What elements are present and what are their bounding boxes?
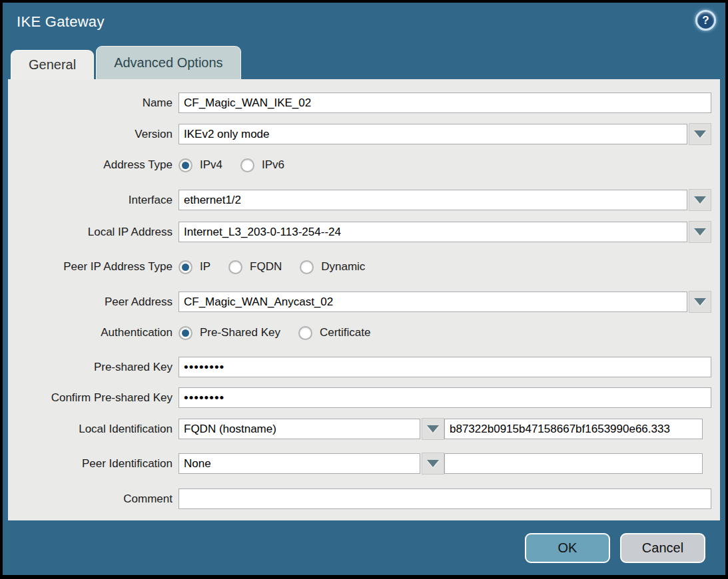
peer-identification-label: Peer Identification <box>8 457 179 471</box>
chevron-down-icon <box>694 196 706 204</box>
version-dropdown-button[interactable] <box>689 123 711 145</box>
cancel-button[interactable]: Cancel <box>620 533 705 563</box>
confirm-pre-shared-key-label: Confirm Pre-shared Key <box>8 391 179 405</box>
version-label: Version <box>8 128 179 141</box>
local-identification-value-input[interactable] <box>444 419 703 439</box>
radio-unselected-icon[interactable] <box>298 326 312 340</box>
pre-shared-key-label: Pre-shared Key <box>8 361 179 374</box>
peer-identification-type-value: None <box>179 453 420 474</box>
dialog-titlebar: IKE Gateway ? <box>3 3 725 44</box>
address-type-ipv6-option[interactable]: IPv6 <box>240 158 284 172</box>
name-label: Name <box>8 96 179 110</box>
help-icon[interactable]: ? <box>695 10 716 31</box>
peer-ip-address-type-radio-group: IP FQDN Dynamic <box>179 260 383 274</box>
radio-selected-icon[interactable] <box>179 326 192 340</box>
pre-shared-key-row: Pre-shared Key <box>8 357 720 377</box>
radio-unselected-icon[interactable] <box>300 260 314 274</box>
peer-identification-type-dropdown[interactable]: None <box>179 453 444 475</box>
tab-general[interactable]: General <box>11 50 94 79</box>
tab-advanced-options[interactable]: Advanced Options <box>96 46 240 79</box>
peer-ip-type-dynamic-option[interactable]: Dynamic <box>300 260 365 274</box>
interface-dropdown[interactable]: ethernet1/2 <box>179 189 711 211</box>
authentication-pre-shared-key-option[interactable]: Pre-Shared Key <box>179 326 280 340</box>
name-input[interactable] <box>179 93 711 113</box>
peer-identification-dropdown-button[interactable] <box>422 453 444 475</box>
peer-address-row: Peer Address CF_Magic_WAN_Anycast_02 <box>8 291 720 313</box>
comment-label: Comment <box>8 492 179 506</box>
authentication-row: Authentication Pre-Shared Key Certificat… <box>8 323 720 342</box>
peer-address-dropdown[interactable]: CF_Magic_WAN_Anycast_02 <box>179 291 711 313</box>
radio-selected-icon[interactable] <box>179 260 192 274</box>
authentication-certificate-label: Certificate <box>320 326 371 339</box>
local-identification-dropdown-button[interactable] <box>422 418 444 440</box>
confirm-pre-shared-key-row: Confirm Pre-shared Key <box>8 387 720 408</box>
authentication-radio-group: Pre-Shared Key Certificate <box>179 326 388 340</box>
local-identification-type-dropdown[interactable]: FQDN (hostname) <box>179 418 444 440</box>
peer-ip-address-type-label: Peer IP Address Type <box>8 260 179 274</box>
address-type-ipv4-label: IPv4 <box>200 158 222 172</box>
address-type-radio-group: IPv4 IPv6 <box>179 158 302 172</box>
interface-label: Interface <box>8 194 179 207</box>
version-dropdown[interactable]: IKEv2 only mode <box>179 123 711 145</box>
interface-row: Interface ethernet1/2 <box>8 189 720 211</box>
general-tab-panel: Name Version IKEv2 only mode Address Typ… <box>8 79 720 520</box>
tab-advanced-options-label: Advanced Options <box>114 55 222 71</box>
local-identification-label: Local Identification <box>8 423 179 436</box>
peer-ip-type-fqdn-option[interactable]: FQDN <box>228 260 282 274</box>
chevron-down-icon <box>694 298 706 305</box>
address-type-ipv4-option[interactable]: IPv4 <box>179 158 222 172</box>
local-ip-address-dropdown[interactable]: Internet_L3_203-0-113-254--24 <box>179 221 711 243</box>
dialog-footer: OK Cancel <box>3 520 725 575</box>
local-ip-address-label: Local IP Address <box>8 226 179 239</box>
peer-address-dropdown-button[interactable] <box>689 291 711 313</box>
local-ip-address-dropdown-button[interactable] <box>689 221 711 243</box>
version-row: Version IKEv2 only mode <box>8 123 720 145</box>
name-row: Name <box>8 93 720 113</box>
peer-ip-address-type-row: Peer IP Address Type IP FQDN Dynamic <box>8 258 720 276</box>
chevron-down-icon <box>427 460 439 467</box>
version-selected-value: IKEv2 only mode <box>179 124 687 144</box>
authentication-pre-shared-key-label: Pre-Shared Key <box>200 326 280 339</box>
interface-dropdown-button[interactable] <box>689 189 711 211</box>
address-type-row: Address Type IPv4 IPv6 <box>8 156 720 174</box>
tab-general-label: General <box>29 57 76 73</box>
authentication-label: Authentication <box>8 326 179 339</box>
peer-identification-row: Peer Identification None <box>8 453 720 475</box>
peer-identification-value-input[interactable] <box>444 453 703 474</box>
authentication-certificate-option[interactable]: Certificate <box>298 326 371 340</box>
local-identification-row: Local Identification FQDN (hostname) <box>8 418 720 440</box>
local-ip-address-selected-value: Internet_L3_203-0-113-254--24 <box>179 222 687 242</box>
peer-ip-type-fqdn-label: FQDN <box>250 260 282 274</box>
dialog-title: IKE Gateway <box>17 13 105 31</box>
radio-unselected-icon[interactable] <box>228 260 242 274</box>
ok-button[interactable]: OK <box>525 533 610 563</box>
local-identification-type-value: FQDN (hostname) <box>179 419 420 439</box>
local-ip-address-row: Local IP Address Internet_L3_203-0-113-2… <box>8 221 720 243</box>
radio-unselected-icon[interactable] <box>240 158 254 172</box>
ike-gateway-dialog: IKE Gateway ? General Advanced Options N… <box>3 3 725 575</box>
interface-selected-value: ethernet1/2 <box>179 190 687 210</box>
peer-ip-type-ip-label: IP <box>200 260 210 274</box>
tab-bar: General Advanced Options <box>11 44 720 79</box>
address-type-ipv6-label: IPv6 <box>262 158 284 172</box>
comment-row: Comment <box>8 488 720 509</box>
chevron-down-icon <box>694 228 706 236</box>
peer-address-selected-value: CF_Magic_WAN_Anycast_02 <box>179 291 687 312</box>
peer-ip-type-ip-option[interactable]: IP <box>179 260 210 274</box>
peer-ip-type-dynamic-label: Dynamic <box>321 260 365 274</box>
peer-address-label: Peer Address <box>8 295 179 309</box>
address-type-label: Address Type <box>8 158 179 172</box>
chevron-down-icon <box>427 425 439 433</box>
chevron-down-icon <box>694 130 706 138</box>
pre-shared-key-input[interactable] <box>179 357 711 377</box>
confirm-pre-shared-key-input[interactable] <box>179 387 711 408</box>
radio-selected-icon[interactable] <box>179 158 192 172</box>
comment-input[interactable] <box>179 488 711 509</box>
